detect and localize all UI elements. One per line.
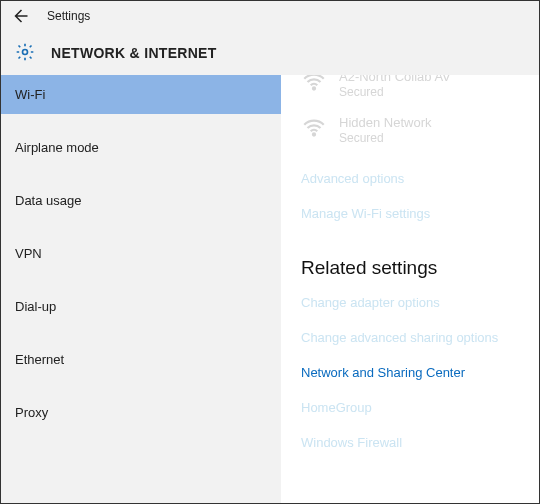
network-status: Secured xyxy=(339,131,432,145)
network-labels: Hidden Network Secured xyxy=(339,115,432,145)
sidebar-item-dial-up[interactable]: Dial-up xyxy=(1,287,281,326)
category-bar: NETWORK & INTERNET xyxy=(1,31,539,75)
network-item[interactable]: A2-North Collab AV Secured xyxy=(281,75,539,111)
network-status: Secured xyxy=(339,85,451,99)
arrow-left-icon xyxy=(11,7,29,25)
sidebar-item-label: Wi-Fi xyxy=(15,87,45,102)
manage-wifi-settings-link[interactable]: Manage Wi-Fi settings xyxy=(281,200,539,227)
titlebar: Settings xyxy=(1,1,539,31)
category-title: NETWORK & INTERNET xyxy=(51,45,217,61)
settings-window: Settings NETWORK & INTERNET Wi-Fi Airpla… xyxy=(0,0,540,504)
main-panel: A2-North Collab AV Secured Hidden Networ… xyxy=(281,75,539,503)
sidebar: Wi-Fi Airplane mode Data usage VPN Dial-… xyxy=(1,75,281,503)
network-name: Hidden Network xyxy=(339,115,432,131)
advanced-options-link[interactable]: Advanced options xyxy=(281,165,539,192)
sidebar-item-data-usage[interactable]: Data usage xyxy=(1,181,281,220)
sidebar-item-proxy[interactable]: Proxy xyxy=(1,393,281,432)
homegroup-link[interactable]: HomeGroup xyxy=(281,394,539,421)
network-labels: A2-North Collab AV Secured xyxy=(339,75,451,99)
sidebar-item-label: Data usage xyxy=(15,193,82,208)
window-title: Settings xyxy=(47,9,90,23)
wifi-icon xyxy=(301,75,327,98)
sidebar-item-airplane-mode[interactable]: Airplane mode xyxy=(1,128,281,167)
sidebar-item-label: Proxy xyxy=(15,405,48,420)
wifi-icon xyxy=(301,115,327,144)
sidebar-item-wifi[interactable]: Wi-Fi xyxy=(1,75,281,114)
sidebar-item-label: Dial-up xyxy=(15,299,56,314)
windows-firewall-link[interactable]: Windows Firewall xyxy=(281,429,539,456)
back-button[interactable] xyxy=(11,7,29,25)
network-and-sharing-center-link[interactable]: Network and Sharing Center xyxy=(281,359,539,386)
sidebar-item-label: VPN xyxy=(15,246,42,261)
sidebar-item-ethernet[interactable]: Ethernet xyxy=(1,340,281,379)
svg-point-2 xyxy=(313,134,315,136)
change-adapter-options-link[interactable]: Change adapter options xyxy=(281,289,539,316)
gear-icon xyxy=(15,42,35,65)
change-advanced-sharing-link[interactable]: Change advanced sharing options xyxy=(281,324,539,351)
related-settings-heading: Related settings xyxy=(281,235,539,289)
body: Wi-Fi Airplane mode Data usage VPN Dial-… xyxy=(1,75,539,503)
network-name: A2-North Collab AV xyxy=(339,75,451,85)
svg-point-1 xyxy=(313,88,315,90)
network-item[interactable]: Hidden Network Secured xyxy=(281,111,539,157)
svg-point-0 xyxy=(23,49,28,54)
sidebar-item-label: Airplane mode xyxy=(15,140,99,155)
sidebar-item-vpn[interactable]: VPN xyxy=(1,234,281,273)
sidebar-item-label: Ethernet xyxy=(15,352,64,367)
